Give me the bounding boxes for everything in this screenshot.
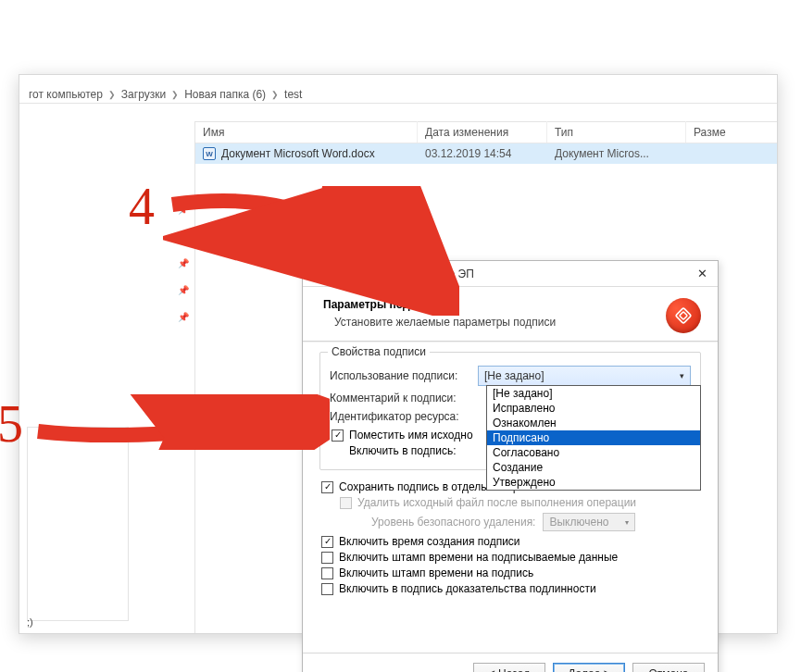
- signature-use-combobox[interactable]: [Не задано] ▾: [478, 366, 691, 386]
- chevron-down-icon: ▾: [625, 518, 629, 527]
- col-size[interactable]: Разме: [686, 121, 777, 143]
- close-button[interactable]: ✕: [694, 266, 710, 282]
- cryptoarm-badge-icon: [666, 298, 701, 333]
- word-doc-icon: W: [203, 147, 216, 160]
- file-type: Документ Micros...: [547, 147, 686, 160]
- signature-use-value: [Не задано]: [484, 369, 544, 382]
- dropdown-option[interactable]: Утверждено: [487, 475, 700, 490]
- include-creation-time-label: Включить время создания подписи: [339, 535, 520, 548]
- chevron-down-icon: ▾: [680, 371, 684, 380]
- col-type[interactable]: Тип: [547, 121, 686, 143]
- dropdown-option[interactable]: [Не задано]: [487, 386, 700, 401]
- sidebar-pane: [27, 427, 129, 621]
- dropdown-option-selected[interactable]: Подписано: [487, 430, 700, 445]
- dropdown-option[interactable]: Исправлено: [487, 401, 700, 416]
- svg-rect-1: [680, 312, 687, 319]
- secure-delete-level-label: Уровень безопасного удаления:: [371, 516, 535, 529]
- delete-source-label: Удалить исходный файл после выполнения о…: [357, 496, 636, 509]
- signature-use-label: Использование подписи:: [330, 369, 478, 382]
- signature-use-dropdown[interactable]: [Не задано] Исправлено Ознакомлен Подпис…: [486, 385, 701, 491]
- chevron-right-icon: ❯: [171, 90, 179, 99]
- delete-source-checkbox: [340, 497, 352, 509]
- file-date: 03.12.2019 14:54: [418, 147, 547, 160]
- put-source-name-label: Поместить имя исходно: [349, 429, 473, 442]
- cancel-button[interactable]: Отмена: [632, 663, 705, 672]
- timestamp-on-signature-label: Включить штамп времени на подпись: [339, 566, 533, 579]
- col-name[interactable]: Имя: [195, 121, 418, 143]
- annotation-arrow-5: [33, 394, 330, 450]
- breadcrumb[interactable]: гот компьютер ❯ Загрузки ❯ Новая папка (…: [19, 88, 777, 101]
- timestamp-on-data-checkbox[interactable]: [321, 552, 333, 564]
- sidebar-footer-text: ;): [27, 616, 33, 628]
- chevron-right-icon: ❯: [108, 90, 116, 99]
- include-in-signature-label: Включить в подпись:: [349, 444, 457, 457]
- resource-id-label: Идентификатор ресурса:: [330, 410, 478, 423]
- annotation-arrow-4: [163, 186, 459, 316]
- breadcrumb-seg-downloads[interactable]: Загрузки: [121, 88, 166, 101]
- chevron-right-icon: ❯: [271, 90, 279, 99]
- include-authenticity-evidence-label: Включить в подпись доказательства подлин…: [339, 582, 596, 595]
- annotation-number-5: 5: [0, 394, 23, 454]
- secure-delete-level-value: Выключено: [549, 516, 608, 529]
- file-row[interactable]: W Документ Microsoft Word.docx 03.12.201…: [195, 143, 777, 164]
- col-date[interactable]: Дата изменения: [418, 121, 547, 143]
- svg-rect-0: [676, 308, 692, 324]
- include-authenticity-evidence-checkbox[interactable]: [321, 583, 333, 595]
- back-button[interactable]: < Назад: [473, 663, 545, 672]
- cryptoarm-dialog: КриптоАРМ :: Создание ЭП ✕ Параметры под…: [302, 260, 719, 672]
- dropdown-option[interactable]: Ознакомлен: [487, 416, 700, 430]
- breadcrumb-seg-folder[interactable]: Новая папка (6): [184, 88, 266, 101]
- secure-delete-level-select: Выключено ▾: [543, 513, 635, 531]
- file-columns-header[interactable]: Имя Дата изменения Тип Разме: [195, 121, 777, 143]
- breadcrumb-seg-pc[interactable]: гот компьютер: [29, 88, 103, 101]
- include-creation-time-checkbox[interactable]: [321, 536, 333, 548]
- dropdown-option[interactable]: Согласовано: [487, 445, 700, 460]
- timestamp-on-data-label: Включить штамп времени на подписываемые …: [339, 551, 618, 564]
- group-legend: Свойства подписи: [328, 345, 430, 358]
- save-separate-file-checkbox[interactable]: [321, 481, 333, 493]
- file-name: Документ Microsoft Word.docx: [221, 147, 375, 160]
- dropdown-option[interactable]: Создание: [487, 460, 700, 475]
- timestamp-on-signature-checkbox[interactable]: [321, 567, 333, 579]
- breadcrumb-seg-test[interactable]: test: [284, 88, 302, 101]
- dialog-subheading: Установите желаемые параметры подписи: [323, 316, 556, 329]
- annotation-number-4: 4: [129, 177, 155, 236]
- next-button[interactable]: Далее >: [553, 663, 625, 672]
- put-source-name-checkbox[interactable]: [332, 429, 344, 442]
- signature-comment-label: Комментарий к подписи:: [330, 392, 478, 404]
